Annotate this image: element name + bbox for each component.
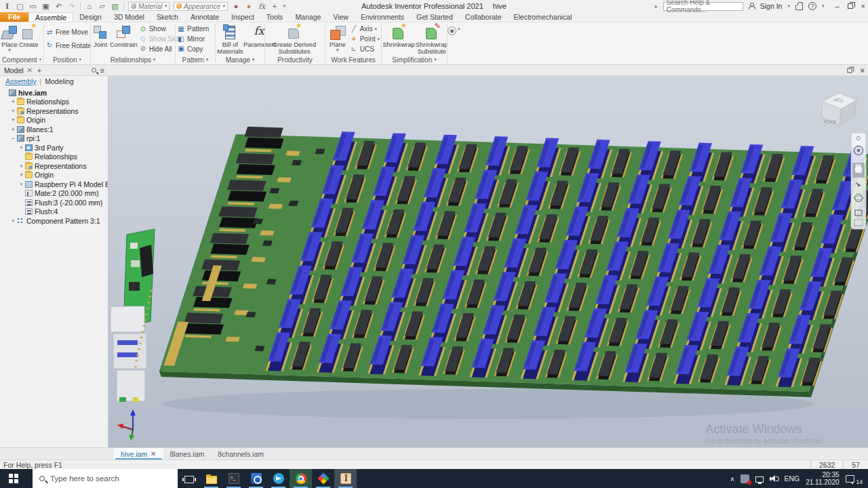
shrinkwrap-button[interactable]: Shrinkwrap (383, 23, 414, 56)
tree-item[interactable]: + Representations (0, 106, 108, 116)
tree-item[interactable]: + Component Pattern 3:1 (0, 216, 108, 226)
ribbon-options-dropdown-icon[interactable]: ▾ (458, 26, 460, 32)
doc-close-icon[interactable]: ✕ (859, 66, 865, 75)
tree-expander[interactable]: − (10, 135, 16, 142)
qat-dropdown-icon[interactable]: ▾ (283, 3, 286, 9)
group-label[interactable]: Relationships▾ (92, 55, 174, 64)
start-button[interactable] (0, 469, 33, 488)
tree-item[interactable]: Flush:4 (0, 207, 108, 217)
tree-item[interactable]: + 3rd Party (0, 143, 108, 152)
taskbar-app-button[interactable] (245, 469, 267, 488)
tree-expander[interactable]: + (18, 171, 24, 178)
ribbon-tab[interactable]: Manage (289, 12, 327, 22)
document-tab[interactable]: 8lanes.iam✕ (163, 448, 212, 460)
taskbar-app-button[interactable] (290, 469, 312, 488)
model-panel-tab[interactable]: Model (4, 66, 24, 75)
undo-icon[interactable]: ↶ (54, 2, 63, 11)
tree-expander[interactable]: + (10, 98, 16, 105)
minimize-button[interactable]: – (835, 2, 839, 10)
close-button[interactable]: × (861, 2, 865, 10)
tree-item[interactable]: Flush:3 (-20.000 mm) (0, 198, 108, 207)
ribbon-tab[interactable]: Inspect (225, 12, 260, 22)
clear-appearance-icon[interactable]: ● (245, 2, 254, 11)
network-icon[interactable] (755, 476, 764, 483)
free-move-button[interactable]: ⇄Free Move (45, 28, 92, 37)
tree-expander[interactable]: + (18, 144, 24, 151)
browser-menu-icon[interactable]: ≡ (100, 67, 104, 74)
tree-expander[interactable]: + (10, 108, 16, 115)
hidden-icons-chevron-icon[interactable]: ∧ (730, 475, 734, 483)
ribbon-tab[interactable]: 3D Model (108, 12, 151, 22)
graphics-viewport[interactable]: TOP BACK (108, 76, 868, 447)
sketch-icon[interactable]: ▱ (98, 2, 106, 11)
navigation-bar[interactable] (851, 133, 866, 229)
help-dropdown-icon[interactable]: ▾ (822, 3, 825, 9)
ucs-button[interactable]: ⊾UCS (350, 45, 380, 53)
ribbon-tab[interactable]: Collaborate (459, 12, 508, 22)
pattern-button[interactable]: ▦Pattern (177, 25, 209, 33)
tree-expander[interactable]: + (10, 218, 16, 224)
sign-in-dropdown-icon[interactable]: ▾ (787, 3, 790, 9)
group-label[interactable]: Pattern▾ (177, 55, 214, 64)
add-qat-icon[interactable]: + (271, 2, 279, 11)
group-label[interactable]: Productivity (267, 56, 323, 65)
tree-item[interactable]: + Raspberry Pi 4 Model B:1 (0, 180, 108, 189)
taskbar-app-button[interactable] (222, 469, 245, 488)
restore-button[interactable] (848, 3, 853, 9)
new-file-icon[interactable]: ▢ (16, 2, 24, 11)
copy-button[interactable]: ▣Copy (177, 45, 209, 53)
shrinkwrap-substitute-button[interactable]: Shrinkwrap Substitute (416, 23, 448, 56)
create-derived-substitutes-button[interactable]: Create Derived Substitutes (267, 23, 322, 56)
document-tab[interactable]: 8channels.iam✕ (211, 448, 271, 460)
model-panel-close-icon[interactable]: ✕ (27, 66, 33, 74)
taskbar-app-button[interactable] (178, 469, 200, 488)
update-icon[interactable]: ▧ (111, 2, 119, 11)
ribbon-tab[interactable]: Environments (355, 12, 410, 22)
tree-item[interactable]: + Origin (0, 116, 108, 125)
home-icon[interactable]: ⌂ (85, 2, 94, 11)
doc-restore-icon[interactable] (848, 68, 852, 73)
axis-button[interactable]: ╱Axis▾ (350, 25, 380, 33)
action-center-icon[interactable] (846, 475, 854, 483)
adjust-icon[interactable]: ● (232, 2, 241, 11)
ribbon-tab[interactable]: Annotate (184, 12, 225, 22)
group-label[interactable]: Manage▾ (217, 56, 263, 65)
redo-icon[interactable]: ↷ (67, 2, 76, 11)
appearance-combo[interactable]: Appearance▾ (174, 2, 227, 11)
browser-search-icon[interactable] (92, 68, 96, 73)
tree-item[interactable]: + Relationships (0, 98, 108, 107)
notification-app-icon[interactable] (741, 474, 749, 483)
app-store-icon[interactable] (795, 5, 803, 10)
point-button[interactable]: +Point▾ (350, 35, 380, 43)
create-button[interactable]: Create (19, 23, 39, 55)
tree-item[interactable]: Mate:2 (20.000 mm) (0, 189, 108, 199)
ribbon-tab[interactable]: Sketch (151, 12, 184, 22)
document-tab[interactable]: hive.iam✕ (114, 448, 163, 460)
browser-mode-modeling[interactable]: Modeling (45, 77, 74, 85)
tree-item[interactable]: Relationships (0, 152, 108, 162)
tree-expander[interactable]: + (10, 126, 16, 133)
tree-item[interactable]: + Origin (0, 171, 108, 180)
add-panel-icon[interactable]: + (37, 66, 41, 75)
bill-of-materials-button[interactable]: Bill of Materials (217, 23, 243, 56)
taskbar-app-button[interactable] (312, 469, 334, 488)
tree-item[interactable]: − rpi:1 (0, 134, 108, 144)
taskbar-search-input[interactable]: Type here to search (33, 469, 178, 488)
expand-search-icon[interactable]: ▸ (655, 3, 658, 9)
taskbar-app-button[interactable] (334, 469, 357, 488)
tree-item[interactable]: hive.iam (0, 88, 108, 98)
group-label[interactable]: Component▾ (1, 55, 42, 64)
help-search-input[interactable]: Search Help & Commands... (663, 2, 743, 11)
language-indicator[interactable]: ENG (784, 474, 800, 483)
joint-button[interactable]: Joint (92, 23, 108, 55)
help-icon[interactable]: ? (808, 2, 816, 10)
ribbon-tab[interactable]: Electromechanical (508, 12, 578, 22)
sign-in-button[interactable]: Sign In (760, 2, 783, 10)
place-button[interactable]: Place▼ (1, 23, 18, 55)
tree-expander[interactable]: + (10, 117, 16, 123)
ribbon-tab[interactable]: View (327, 12, 355, 22)
clock[interactable]: 20:35 21.11.2020 (806, 471, 839, 486)
constrain-button[interactable]: Constrain (110, 23, 138, 55)
mirror-button[interactable]: ◧Mirror (177, 35, 209, 43)
free-rotate-button[interactable]: ↻Free Rotate (45, 41, 92, 49)
